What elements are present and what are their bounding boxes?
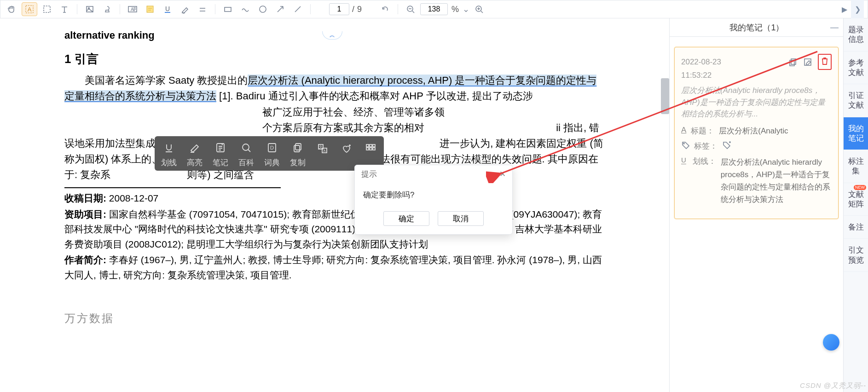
page-indicator: / 9 [329, 3, 362, 15]
top-toolbar: A A U / 9 % ⌄ ▶ ❯ [0, 0, 868, 18]
separator [215, 4, 215, 14]
document-viewport[interactable]: alternative ranking 1 引言 美国著名运筹学家 Saaty … [0, 18, 669, 392]
rect-shape[interactable] [220, 2, 236, 16]
doc-meta-date: 收稿日期: 2008-12-07 [64, 191, 605, 206]
edit-note-icon[interactable] [803, 58, 812, 67]
svg-text:A: A [28, 6, 32, 13]
image-tool[interactable] [82, 2, 98, 16]
separator [310, 4, 311, 14]
tab-references[interactable]: 参考文献 [844, 52, 868, 85]
zoom-input[interactable] [420, 3, 448, 15]
selection-context-menu: 划线 高亮 笔记 百科 D词典 复制 文A [155, 136, 384, 171]
delete-note-highlighted[interactable] [818, 54, 832, 70]
doc-meta-author: 作者简介: 李春好 (1967–), 男, 辽宁盖州人; 教授, 博士生导师; … [64, 253, 605, 282]
zoom-pct: % [451, 5, 459, 14]
ctx-highlight[interactable]: 高亮 [187, 141, 203, 168]
scrollbar-thumb[interactable] [661, 78, 669, 114]
svg-point-50 [683, 143, 684, 144]
note-date: 2022-08-23 [681, 58, 721, 67]
document-content: alternative ranking 1 引言 美国著名运筹学家 Saaty … [0, 18, 669, 328]
zoom-out[interactable] [403, 2, 418, 16]
wave-shape[interactable] [237, 2, 253, 16]
area-select-tool[interactable] [39, 2, 55, 16]
ctx-dict[interactable]: D词典 [264, 141, 280, 168]
ctx-baike[interactable]: 百科 [238, 141, 254, 168]
notes-panel: 我的笔记（1） — 2022-08-23 11:53:22 层次分析法(Anal… [669, 18, 843, 392]
note-field-title: A 标题： 层次分析法(Analytic [681, 126, 832, 136]
page-input[interactable] [329, 3, 349, 15]
ctx-favorite-icon[interactable] [340, 142, 353, 156]
tab-cite-preview[interactable]: 引文预览 [844, 239, 868, 272]
right-tab-rail: 题录信息 参考文献 引证文献 我的笔记 标注集 NEW文献矩阵 备注 引文预览 [843, 18, 868, 392]
arrow-shape[interactable] [272, 2, 288, 16]
svg-line-23 [412, 11, 414, 13]
confirm-dialog: 提示 ✕ 确定要删除吗? 确定 取消 [354, 165, 513, 235]
highlight-tool[interactable] [177, 2, 193, 16]
tab-remark[interactable]: 备注 [844, 216, 868, 239]
tab-my-notes[interactable]: 我的笔记 [844, 117, 868, 150]
text-select-tool[interactable]: A [22, 2, 37, 16]
note-title-value: 层次分析法(Analytic [719, 126, 788, 136]
svg-rect-46 [373, 148, 375, 150]
add-tag-icon[interactable] [722, 141, 731, 149]
ctx-underline[interactable]: 划线 [161, 141, 177, 168]
strike-tool[interactable] [195, 2, 210, 16]
tab-citations[interactable]: 引证文献 [844, 84, 868, 117]
copy-note-icon[interactable] [788, 58, 798, 67]
svg-text:D: D [270, 145, 274, 150]
svg-rect-43 [373, 144, 375, 147]
panel-collapse-left[interactable]: ▶ [838, 0, 851, 18]
svg-text:U: U [165, 5, 170, 12]
zoom-indicator: % ⌄ [420, 3, 469, 15]
tab-matrix[interactable]: NEW文献矩阵 [844, 183, 868, 216]
note-underline-value: 层次分析法(Analytic hierardly proce8s，AHP)是一种… [721, 156, 832, 206]
circle-shape[interactable] [255, 2, 271, 16]
ctx-grid-icon[interactable] [364, 142, 377, 156]
sticky-note-tool[interactable] [142, 2, 158, 16]
dialog-body: 确定要删除吗? [355, 183, 512, 211]
stamp-tool[interactable] [99, 2, 115, 16]
hand-tool[interactable] [4, 2, 20, 16]
underline-tool[interactable]: U [160, 2, 175, 16]
dialog-ok-button[interactable]: 确定 [383, 211, 429, 226]
svg-text:文: 文 [319, 145, 323, 149]
note-time: 11:53:22 [681, 71, 832, 80]
dialog-cancel-button[interactable]: 取消 [438, 211, 484, 226]
svg-rect-41 [366, 144, 369, 147]
zoom-dropdown-icon[interactable]: ⌄ [463, 4, 469, 14]
ctx-translate-icon[interactable]: 文A [316, 142, 330, 156]
trash-icon[interactable] [820, 56, 829, 65]
zoom-in[interactable] [471, 2, 487, 16]
dialog-title: 提示 [361, 169, 377, 179]
separator [398, 4, 398, 14]
svg-rect-42 [370, 144, 372, 147]
svg-rect-28 [217, 144, 224, 152]
doc-divider [64, 187, 281, 188]
note-card[interactable]: 2022-08-23 11:53:22 层次分析法(Analytic hiera… [674, 47, 839, 219]
note-field-underline: U 划线： 层次分析法(Analytic hierardly proce8s，A… [681, 156, 832, 206]
line-shape[interactable] [290, 2, 306, 16]
separator [77, 4, 77, 14]
dialog-close-icon[interactable]: ✕ [499, 169, 506, 179]
separator [120, 4, 120, 14]
svg-rect-18 [225, 7, 231, 12]
svg-rect-10 [147, 6, 153, 12]
svg-rect-45 [370, 148, 372, 150]
ctx-note[interactable]: 笔记 [213, 141, 228, 168]
svg-rect-47 [791, 59, 796, 64]
floating-action-button[interactable] [823, 334, 839, 351]
rotate-tool[interactable] [377, 2, 393, 16]
panel-collapse-right[interactable]: ❯ [851, 0, 864, 18]
svg-line-27 [481, 11, 483, 13]
textbox-tool[interactable]: A [125, 2, 140, 16]
svg-line-30 [248, 150, 250, 152]
notes-minimize-icon[interactable]: — [830, 23, 839, 32]
page-total: 9 [357, 5, 362, 14]
tab-record-info[interactable]: 题录信息 [844, 18, 868, 52]
svg-rect-2 [44, 6, 50, 12]
title-icon: A [681, 126, 686, 136]
tab-annotation-set[interactable]: 标注集 [844, 150, 868, 183]
svg-line-20 [295, 6, 301, 12]
ctx-copy[interactable]: 复制 [290, 141, 306, 168]
text-tool[interactable] [57, 2, 72, 16]
